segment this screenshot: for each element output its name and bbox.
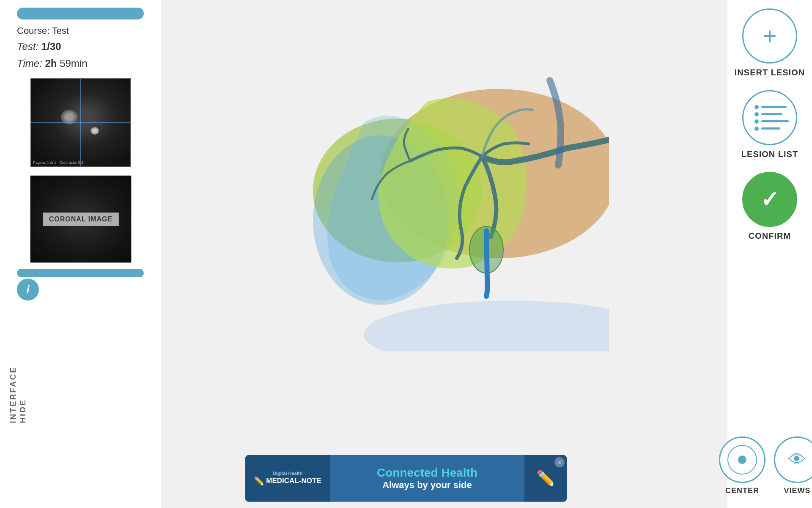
ct-axial-image[interactable]: Pagina: 1 di 1 Contrasto: 0.2 — [30, 78, 131, 167]
list-icon — [751, 105, 789, 131]
coronal-label-overlay: CORONAL IMAGE — [30, 176, 131, 262]
info-button[interactable]: i — [17, 279, 39, 301]
lesion-list-label: LESION LIST — [741, 149, 798, 159]
ad-banner: Digital Health ✏️ MEDICAL-NOTE Connected… — [0, 449, 812, 508]
ad-logo-small: Digital Health — [254, 471, 321, 476]
confirm-button[interactable]: ✓ CONFIRM — [742, 172, 797, 241]
time-value-hours: 2h — [45, 58, 57, 69]
ad-pencil-icon: ✏️ — [536, 469, 555, 487]
confirm-label: CONFIRM — [749, 231, 791, 241]
insert-lesion-button[interactable]: + INSERT LESION — [735, 8, 805, 77]
lesion-list-button[interactable]: LESION LIST — [741, 90, 798, 159]
ad-logo-main: ✏️ MEDICAL-NOTE — [254, 476, 321, 486]
time-label: Time: 2h 59min — [17, 58, 88, 69]
svg-point-4 — [364, 301, 609, 351]
main-3d-view[interactable] — [161, 0, 727, 508]
medical-note-pencil: ✏️ — [254, 476, 264, 486]
confirm-circle[interactable]: ✓ — [742, 172, 797, 227]
course-label: Course: Test — [17, 25, 69, 36]
coronal-label: CORONAL IMAGE — [43, 213, 119, 226]
ad-title: Connected Health — [377, 466, 477, 480]
time-prefix: Time: — [17, 58, 42, 69]
ad-subtitle: Always by your side — [382, 480, 472, 491]
insert-lesion-circle[interactable]: + — [742, 8, 797, 64]
bottom-progress-bar — [17, 269, 144, 277]
hide-interface-button[interactable]: HIDEINTERFACE — [8, 366, 28, 423]
plus-icon: + — [763, 24, 777, 48]
insert-lesion-label: INSERT LESION — [735, 68, 805, 77]
ad-inner-container: Digital Health ✏️ MEDICAL-NOTE Connected… — [245, 455, 567, 502]
left-panel: Course: Test Test: 1/30 Time: 2h 59min P… — [0, 0, 161, 508]
ad-text-section: Connected Health Always by your side — [330, 455, 524, 502]
hide-interface-label: HIDEINTERFACE — [8, 366, 28, 423]
ad-logo-text: MEDICAL-NOTE — [266, 477, 321, 485]
test-value: 1/30 — [41, 41, 61, 52]
ad-logo-section: Digital Health ✏️ MEDICAL-NOTE — [245, 455, 330, 502]
test-label: Test: 1/30 — [17, 41, 61, 52]
test-prefix: Test: — [17, 41, 38, 52]
check-icon: ✓ — [760, 187, 779, 212]
right-panel: + INSERT LESION — [727, 0, 812, 508]
lesion-list-circle[interactable] — [742, 90, 797, 145]
liver-3d-model — [279, 21, 609, 351]
ad-close-button[interactable]: × — [554, 457, 565, 467]
progress-bar — [17, 8, 144, 19]
ct-image-annotation: Pagina: 1 di 1 Contrasto: 0.2 — [33, 160, 83, 165]
time-value-minutes: 59min — [60, 58, 87, 69]
info-icon: i — [26, 283, 29, 296]
